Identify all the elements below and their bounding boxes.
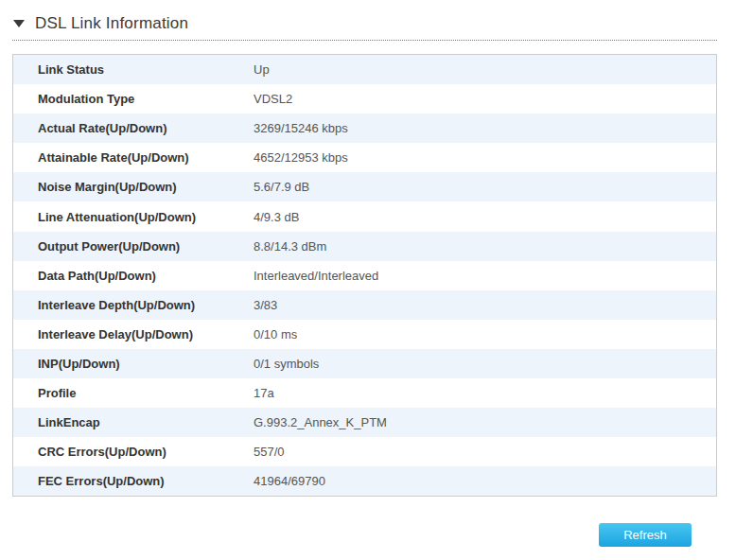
row-label: Interleave Depth(Up/Down): [38, 298, 254, 312]
table-row: Actual Rate(Up/Down) 3269/15246 kbps: [13, 114, 716, 143]
section-title: DSL Link Information: [35, 14, 188, 33]
table-row: Interleave Delay(Up/Down) 0/10 ms: [13, 320, 716, 349]
row-label: LinkEncap: [38, 415, 254, 429]
row-value: 5.6/7.9 dB: [254, 180, 309, 194]
dsl-info-table: Link Status Up Modulation Type VDSL2 Act…: [12, 54, 717, 497]
row-label: CRC Errors(Up/Down): [38, 445, 254, 459]
table-row: INP(Up/Down) 0/1 symbols: [13, 349, 716, 378]
row-value: Up: [254, 62, 270, 77]
row-value: 0/10 ms: [254, 327, 297, 341]
row-label: Modulation Type: [38, 92, 254, 106]
table-row: Line Attenuation(Up/Down) 4/9.3 dB: [13, 201, 716, 231]
row-label: Noise Margin(Up/Down): [38, 180, 254, 194]
row-value: VDSL2: [254, 92, 292, 106]
table-row: Output Power(Up/Down) 8.8/14.3 dBm: [13, 232, 716, 261]
refresh-button[interactable]: Refresh: [599, 523, 692, 547]
section-header-dsl-link-information[interactable]: DSL Link Information: [13, 14, 188, 33]
table-row: Noise Margin(Up/Down) 5.6/7.9 dB: [13, 172, 716, 201]
row-value: 17a: [254, 386, 274, 400]
table-row: Profile 17a: [13, 378, 716, 408]
row-label: Data Path(Up/Down): [38, 269, 254, 283]
row-label: INP(Up/Down): [38, 357, 254, 371]
row-label: Output Power(Up/Down): [38, 239, 254, 254]
table-row: Interleave Depth(Up/Down) 3/83: [13, 290, 716, 320]
section-divider: [12, 40, 717, 41]
row-label: Actual Rate(Up/Down): [38, 121, 254, 135]
row-label: Attainable Rate(Up/Down): [38, 150, 254, 165]
table-row: Data Path(Up/Down) Interleaved/Interleav…: [13, 261, 716, 290]
row-value: 4652/12953 kbps: [254, 150, 348, 165]
table-row: FEC Errors(Up/Down) 41964/69790: [13, 466, 716, 496]
table-row: Modulation Type VDSL2: [13, 84, 716, 114]
row-value: 557/0: [254, 445, 285, 459]
row-value: 0/1 symbols: [254, 357, 319, 371]
row-label: Profile: [38, 386, 254, 400]
row-label: Line Attenuation(Up/Down): [38, 210, 254, 224]
row-value: 3/83: [254, 298, 277, 312]
row-value: 8.8/14.3 dBm: [254, 239, 326, 254]
table-row: LinkEncap G.993.2_Annex_K_PTM: [13, 408, 716, 437]
row-label: FEC Errors(Up/Down): [38, 474, 254, 488]
row-label: Interleave Delay(Up/Down): [38, 327, 254, 341]
row-value: 3269/15246 kbps: [254, 121, 348, 135]
table-row: Link Status Up: [13, 55, 716, 84]
row-value: Interleaved/Interleaved: [254, 269, 378, 283]
row-label: Link Status: [38, 62, 254, 77]
row-value: 4/9.3 dB: [254, 210, 299, 224]
table-row: Attainable Rate(Up/Down) 4652/12953 kbps: [13, 143, 716, 172]
row-value: G.993.2_Annex_K_PTM: [254, 415, 387, 429]
table-row: CRC Errors(Up/Down) 557/0: [13, 437, 716, 466]
row-value: 41964/69790: [254, 474, 325, 488]
collapse-triangle-icon[interactable]: [13, 20, 25, 27]
